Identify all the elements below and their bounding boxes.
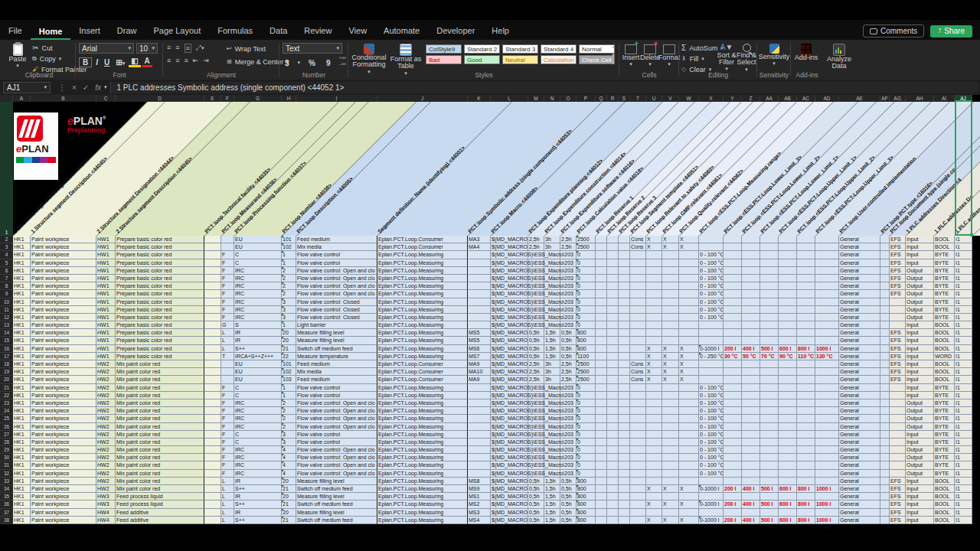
cell-T37[interactable] xyxy=(630,509,646,517)
cell-Q12[interactable] xyxy=(596,314,607,321)
cell-Y12[interactable] xyxy=(724,314,742,321)
cell-AG10[interactable] xyxy=(890,298,906,306)
cell-J31[interactable]: Eplan.PCT.Loop.Measuring xyxy=(377,461,468,469)
cell-G37[interactable]: IR xyxy=(234,509,282,517)
cell-AD14[interactable] xyxy=(815,329,839,337)
cell-Q15[interactable] xyxy=(596,337,607,344)
cell-V35[interactable] xyxy=(662,493,679,500)
cell-AD32[interactable] xyxy=(815,470,839,478)
cell-H8[interactable]: 2 xyxy=(282,282,296,290)
cell-F4[interactable]: F xyxy=(221,251,234,259)
cell-F26[interactable]: F xyxy=(221,423,234,431)
cell-K6[interactable] xyxy=(468,267,491,275)
name-box[interactable]: AJ1 ▾ xyxy=(3,82,51,93)
cell-C9[interactable]: HW1 xyxy=(96,290,116,298)
cell-E13[interactable] xyxy=(204,321,221,329)
cell-A37[interactable]: HK1 xyxy=(13,509,31,517)
cell-AB15[interactable] xyxy=(779,337,797,344)
cell-Z23[interactable] xyxy=(742,399,760,407)
cell-U34[interactable]: X xyxy=(646,485,662,493)
cell-J13[interactable]: Eplan.PCT.Loop.Measuring xyxy=(377,321,468,329)
cell-H4[interactable]: 1 xyxy=(282,251,296,259)
cell-AB33[interactable] xyxy=(779,478,797,485)
cell-AF38[interactable] xyxy=(880,517,890,524)
cell-V6[interactable] xyxy=(662,267,679,275)
cell-AA15[interactable] xyxy=(760,337,779,344)
cell-J12[interactable]: Eplan.PCT.Loop.Measuring xyxy=(377,314,468,321)
cell-E8[interactable] xyxy=(204,282,221,290)
cell-F6[interactable]: F xyxy=(221,267,234,275)
cell-P9[interactable]: 0 xyxy=(577,290,596,298)
cell-AH13[interactable]: Input xyxy=(906,321,934,329)
cell-L24[interactable]: $(MD_MACROS)\ESS_Macro\203 xyxy=(491,407,528,415)
cell-Q22[interactable] xyxy=(596,392,607,399)
cell-AE19[interactable]: General xyxy=(839,368,880,376)
cell-AB12[interactable] xyxy=(779,314,797,321)
cell-B10[interactable]: Paint workpiece xyxy=(31,298,96,306)
row-number-30[interactable]: 30 xyxy=(0,454,13,461)
cell-V4[interactable] xyxy=(662,251,679,259)
cell-K11[interactable] xyxy=(468,306,491,314)
cell-W10[interactable] xyxy=(679,298,699,306)
cell-A32[interactable]: HK1 xyxy=(13,470,31,478)
cell-AD13[interactable] xyxy=(815,321,839,329)
cell-X20[interactable] xyxy=(699,376,724,383)
cell-W5[interactable] xyxy=(679,259,699,267)
cell-AB4[interactable] xyxy=(779,251,797,259)
cell-T16[interactable] xyxy=(630,345,646,353)
cell-P28[interactable]: 0 xyxy=(577,439,596,446)
cell-AF17[interactable] xyxy=(880,353,890,360)
cell-I11[interactable]: Flow valve control: Closed xyxy=(296,306,377,314)
cell-F35[interactable]: L xyxy=(221,493,234,500)
cell-M15[interactable]: 0,5h xyxy=(528,337,544,344)
cell-G21[interactable]: C xyxy=(234,384,282,392)
cell-R13[interactable] xyxy=(607,321,619,329)
cell-D10[interactable]: Prepare basic color red xyxy=(116,298,204,306)
cell-G10[interactable]: IRC xyxy=(234,298,282,306)
cell-AC26[interactable] xyxy=(797,423,815,431)
cell-B23[interactable]: Paint workpiece xyxy=(31,399,96,407)
cell-A25[interactable]: HK1 xyxy=(13,415,31,422)
cell-AC31[interactable] xyxy=(797,461,815,469)
cell-C33[interactable]: HW2 xyxy=(96,478,116,485)
cell-H19[interactable]: 102 xyxy=(282,368,296,376)
cell-G33[interactable]: IR xyxy=(234,478,282,485)
cell-C32[interactable]: HW2 xyxy=(96,470,116,478)
cell-AA36[interactable]: 500 l xyxy=(760,500,779,508)
cell-AC19[interactable] xyxy=(797,368,815,376)
cell-S32[interactable] xyxy=(619,470,630,478)
row-number-4[interactable]: 4 xyxy=(0,251,13,259)
cell-S21[interactable] xyxy=(619,384,630,392)
cell-G23[interactable]: IRC xyxy=(234,399,282,407)
cell-U38[interactable]: X xyxy=(646,517,662,524)
cell-A34[interactable]: HK1 xyxy=(13,485,31,493)
cell-AA30[interactable] xyxy=(760,454,779,461)
cell-T20[interactable]: Cons xyxy=(630,376,646,383)
cell-Z5[interactable] xyxy=(742,259,760,267)
cell-AF11[interactable] xyxy=(880,306,890,314)
row-number-31[interactable]: 31 xyxy=(0,461,13,469)
cell-V28[interactable] xyxy=(662,439,679,446)
cell-AI2[interactable]: BOOL xyxy=(934,236,955,243)
insert-function-icon[interactable]: fx xyxy=(92,83,104,92)
row-number-10[interactable]: 10 xyxy=(0,298,13,306)
cell-V38[interactable]: X xyxy=(662,517,679,524)
cell-E33[interactable] xyxy=(204,478,221,485)
cell-B20[interactable]: Paint workpiece xyxy=(31,376,96,383)
cell-P7[interactable]: 0 xyxy=(577,275,596,282)
cell-V7[interactable] xyxy=(662,275,679,282)
cell-AE17[interactable]: General xyxy=(839,353,880,360)
cell-G35[interactable]: IR xyxy=(234,493,282,500)
cell-Z9[interactable] xyxy=(742,290,760,298)
cell-AA35[interactable] xyxy=(760,493,779,500)
row-number-38[interactable]: 38 xyxy=(0,517,13,524)
cell-C25[interactable]: HW2 xyxy=(96,415,116,422)
cell-K24[interactable] xyxy=(468,407,491,415)
cell-F9[interactable]: F xyxy=(221,290,234,298)
cell-AG34[interactable]: EFS xyxy=(890,485,906,493)
column-letter-T[interactable]: T xyxy=(630,95,646,102)
cell-S25[interactable] xyxy=(619,415,630,422)
cell-AB28[interactable] xyxy=(779,439,797,446)
menu-tab-developer[interactable]: Developer xyxy=(428,22,483,40)
cell-C30[interactable]: HW2 xyxy=(96,454,116,461)
